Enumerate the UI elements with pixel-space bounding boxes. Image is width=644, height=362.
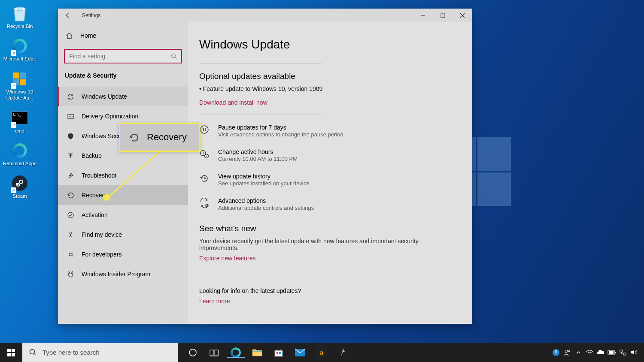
taskbar-app-icon[interactable] bbox=[332, 347, 354, 358]
location-icon bbox=[67, 231, 76, 238]
svg-rect-29 bbox=[7, 349, 11, 352]
svg-point-17 bbox=[69, 272, 73, 277]
svg-rect-2 bbox=[20, 72, 26, 78]
advanced-options-row[interactable]: Advanced options Additional update contr… bbox=[199, 197, 461, 212]
optional-updates-heading: Optional updates available bbox=[199, 72, 461, 81]
svg-point-19 bbox=[71, 273, 72, 274]
whats-new-section: See what's new Your device recently got … bbox=[199, 224, 461, 262]
callout-recovery: Recovery bbox=[119, 123, 200, 152]
search-settings-input[interactable] bbox=[64, 49, 182, 63]
maximize-button[interactable] bbox=[433, 9, 453, 22]
view-update-history-row[interactable]: View update history See updates installe… bbox=[199, 172, 461, 187]
svg-point-18 bbox=[70, 273, 70, 274]
svg-point-35 bbox=[189, 349, 196, 356]
titlebar: Settings bbox=[58, 9, 472, 22]
steam-icon[interactable]: ↗ Steam bbox=[3, 174, 37, 199]
tray-wifi-icon[interactable] bbox=[584, 350, 595, 356]
recovery-icon bbox=[129, 132, 139, 142]
sidebar-home-label: Home bbox=[80, 32, 96, 39]
svg-point-14 bbox=[68, 212, 73, 218]
svg-rect-31 bbox=[7, 353, 11, 356]
sidebar-item-windows-update[interactable]: Windows Update bbox=[58, 87, 188, 106]
removed-apps-icon[interactable]: Removed Apps bbox=[3, 142, 37, 166]
looking-for-info-text: Looking for info on the latest updates? bbox=[199, 287, 461, 294]
taskbar-store-icon[interactable] bbox=[268, 348, 289, 357]
tray-chevron-up-icon[interactable] bbox=[573, 350, 584, 355]
callout-dot bbox=[103, 194, 110, 201]
svg-rect-30 bbox=[12, 349, 15, 352]
svg-point-20 bbox=[200, 126, 208, 133]
taskbar-edge-icon[interactable] bbox=[225, 347, 246, 358]
svg-point-27 bbox=[207, 205, 207, 206]
shield-icon bbox=[67, 133, 76, 140]
search-icon bbox=[29, 349, 36, 356]
system-tray: ? bbox=[550, 343, 644, 362]
svg-rect-9 bbox=[441, 14, 445, 18]
learn-more-link[interactable]: Learn more bbox=[199, 298, 461, 305]
tray-network-icon[interactable] bbox=[617, 350, 629, 356]
sidebar-item-insider[interactable]: Windows Insider Program bbox=[58, 264, 188, 284]
svg-rect-50 bbox=[609, 351, 614, 354]
home-icon bbox=[66, 32, 74, 39]
minimize-button[interactable] bbox=[413, 9, 433, 22]
taskbar-cortana-icon[interactable] bbox=[182, 348, 204, 357]
sidebar-item-recovery[interactable]: Recovery bbox=[58, 185, 188, 205]
svg-rect-1 bbox=[13, 72, 19, 78]
callout-label: Recovery bbox=[147, 132, 187, 143]
svg-point-15 bbox=[70, 232, 72, 234]
svg-rect-36 bbox=[210, 350, 214, 355]
clock-icon bbox=[199, 149, 212, 159]
sidebar-item-troubleshoot[interactable]: Troubleshoot bbox=[58, 166, 188, 185]
whats-new-body: Your device recently got the latest upda… bbox=[199, 238, 431, 251]
start-button[interactable] bbox=[0, 343, 22, 362]
tray-onedrive-icon[interactable] bbox=[595, 350, 606, 355]
whats-new-heading: See what's new bbox=[199, 224, 461, 233]
cmd-icon[interactable]: ↗ cmd bbox=[3, 109, 37, 134]
taskbar-amazon-icon[interactable]: a bbox=[311, 347, 332, 358]
sidebar-home[interactable]: Home bbox=[58, 26, 188, 45]
svg-line-34 bbox=[34, 353, 36, 355]
svg-rect-42 bbox=[279, 352, 281, 354]
sidebar-section-title: Update & Security bbox=[58, 72, 188, 87]
svg-rect-39 bbox=[252, 351, 262, 352]
tray-battery-icon[interactable] bbox=[606, 350, 617, 355]
svg-point-10 bbox=[172, 54, 176, 58]
back-button[interactable] bbox=[58, 12, 78, 19]
download-install-link[interactable]: Download and install now bbox=[199, 99, 461, 106]
taskbar-search[interactable]: Type here to search bbox=[22, 343, 178, 362]
pause-updates-row[interactable]: Pause updates for 7 days Visit Advanced … bbox=[199, 124, 461, 139]
tray-help-icon[interactable]: ? bbox=[550, 349, 562, 356]
divider bbox=[199, 115, 322, 115]
explore-features-link[interactable]: Explore new features bbox=[199, 255, 461, 262]
svg-rect-40 bbox=[275, 350, 283, 356]
sidebar-item-for-developers[interactable]: For developers bbox=[58, 244, 188, 264]
settings-sidebar: Home Update & Security Windows Update De… bbox=[58, 22, 188, 324]
tray-volume-icon[interactable] bbox=[629, 349, 640, 356]
delivery-icon bbox=[67, 113, 76, 120]
svg-rect-4 bbox=[20, 79, 26, 85]
svg-point-47 bbox=[568, 350, 570, 352]
taskbar-taskview-icon[interactable] bbox=[204, 349, 225, 356]
svg-text:?: ? bbox=[554, 350, 557, 356]
developer-icon bbox=[67, 251, 76, 258]
search-icon bbox=[171, 53, 177, 59]
update-assistant-icon[interactable]: ↗ Windows 10 Update As... bbox=[3, 70, 37, 101]
svg-rect-41 bbox=[276, 352, 278, 354]
taskbar-explorer-icon[interactable] bbox=[246, 348, 268, 357]
divider bbox=[199, 63, 322, 64]
advanced-icon bbox=[199, 198, 212, 208]
window-title: Settings bbox=[82, 12, 100, 18]
sync-icon bbox=[67, 93, 76, 100]
svg-rect-49 bbox=[615, 352, 616, 353]
settings-main: Windows Update Optional updates availabl… bbox=[188, 22, 472, 324]
taskbar-search-placeholder: Type here to search bbox=[43, 349, 100, 356]
insider-icon bbox=[67, 271, 76, 278]
sidebar-item-find-my-device[interactable]: Find my device bbox=[58, 225, 188, 244]
tray-people-icon[interactable] bbox=[562, 349, 573, 356]
taskbar-mail-icon[interactable] bbox=[289, 348, 311, 357]
sidebar-item-activation[interactable]: Activation bbox=[58, 205, 188, 225]
recycle-bin-icon[interactable]: Recycle Bin bbox=[3, 4, 37, 29]
edge-icon[interactable]: ↗ Microsoft Edge bbox=[3, 37, 37, 62]
change-active-hours-row[interactable]: Change active hours Currently 10:00 AM t… bbox=[199, 148, 461, 163]
close-button[interactable] bbox=[453, 9, 472, 22]
